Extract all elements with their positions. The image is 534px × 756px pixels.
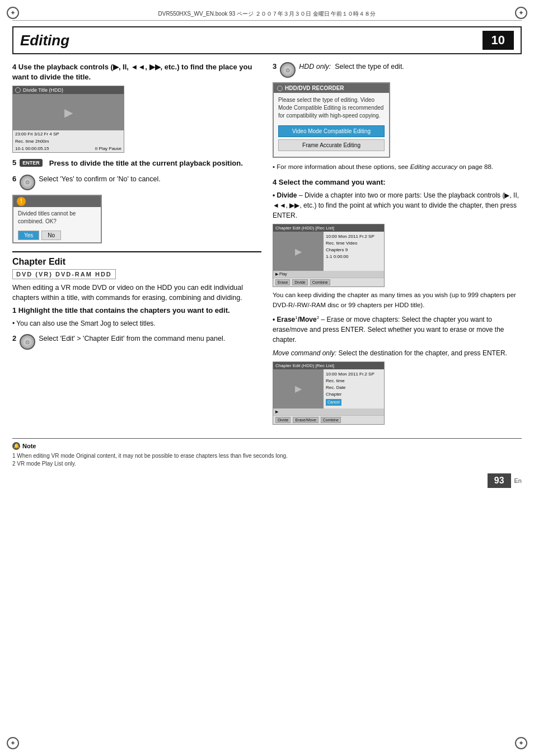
- chapter-number: 10: [483, 31, 514, 50]
- move-only-text: Move command only: Select the destinatio…: [273, 348, 522, 358]
- ce-step-1: 1 Highlight the title that contains the …: [12, 306, 261, 328]
- note-section: 🔔 Note 1 When editing VR mode Original c…: [12, 438, 522, 468]
- ce-step-2-num: 2: [12, 334, 16, 342]
- step-4-left: 4 Use the playback controls (▶, II, ◄◄, …: [12, 62, 261, 153]
- cs2-info-line3: Rec. Date: [326, 384, 382, 391]
- cs2-info-line2: Rec. time: [326, 378, 382, 384]
- cs2-combine-btn[interactable]: Combine: [321, 417, 341, 423]
- screen-divide-title: Divide Title (HDD) ▶ 23:00 Fri 3/12 Fr 4…: [12, 86, 124, 153]
- erase-bullet: • Erase1/Move2 – Erase or move chapters:…: [273, 314, 522, 345]
- step-4-right-header: 4 Select the command you want:: [273, 177, 522, 187]
- corner-decoration-tr: ✦: [515, 7, 527, 19]
- hdd-dialog-body: Please select the type of editing. Video…: [274, 93, 389, 123]
- screen-info-2: Rec. time 2h00m: [13, 138, 124, 145]
- jog-wheel-ce2: ⊙: [20, 334, 35, 350]
- screen-title-bar: Divide Title (HDD): [13, 86, 124, 94]
- left-column: 4 Use the playback controls (▶, II, ◄◄, …: [12, 62, 261, 430]
- chapter-screen-1: Chapter Edit (HDD) [Rec List] ▶ 10:00 Mo…: [273, 224, 385, 287]
- step-3-inline: 3 ⊙ HDD only: Select the type of edit.: [273, 62, 522, 78]
- cs2-cancel[interactable]: Cancel: [326, 399, 341, 406]
- cs2-erasemove-btn[interactable]: Erase/Move: [293, 417, 318, 423]
- note-header: 🔔 Note: [12, 442, 522, 450]
- screen-inner: Divide Title (HDD) ▶ 23:00 Fri 3/12 Fr 4…: [13, 86, 124, 152]
- step-3-num: 3: [273, 62, 277, 71]
- cs-combine-btn[interactable]: Combine: [310, 279, 330, 285]
- right-column: 3 ⊙ HDD only: Select the type of edit. H…: [273, 62, 522, 430]
- meta-bar-text: DVR550HXS_WV_EN.book 93 ページ ２００７年３月３０日 金…: [158, 11, 376, 17]
- hdd-icon-circle: [277, 86, 283, 91]
- chapter-screen-2: Chapter Edit (HDD) [Rec List] ▶ 10:00 Mo…: [273, 361, 385, 425]
- yesno-dialog-title: !: [13, 196, 101, 207]
- step-5-left: 5 ENTER Press to divide the title at the…: [12, 158, 261, 168]
- jog-wheel-6: ⊙: [20, 175, 35, 190]
- cs-info-line1: 10:00 Mon 2011 Fr.2 SP: [326, 233, 382, 240]
- cs-info-line4: 1-1 0:00:00: [326, 253, 382, 260]
- step-5-with-icon: 5 ENTER Press to divide the title at the…: [12, 158, 261, 168]
- jog-wheel-3: ⊙: [280, 62, 296, 78]
- hdd-btn-video-mode[interactable]: Video Mode Compatible Editing: [278, 125, 385, 137]
- chapter-edit-section: Chapter Edit DVD (VR) DVD-RAM HDD When e…: [12, 251, 261, 350]
- cs-controls-2: ▶: [273, 408, 384, 415]
- hdd-dialog-title: HDD/DVD RECORDER: [274, 83, 389, 93]
- cs-erase-btn[interactable]: Erase: [275, 279, 290, 285]
- move-only-body: Select the destination for the chapter, …: [338, 349, 507, 357]
- cs-info-2: 10:00 Mon 2011 Fr.2 SP Rec. time Rec. Da…: [324, 369, 384, 408]
- screen-video-area: ▶: [13, 94, 124, 130]
- page: ✦ ✦ ✦ ✦ DVR550HXS_WV_EN.book 93 ページ ２００７…: [0, 0, 534, 756]
- step-3-right: 3 ⊙ HDD only: Select the type of edit. H…: [273, 62, 522, 172]
- meta-bar: DVR550HXS_WV_EN.book 93 ページ ２００７年３月３０日 金…: [12, 10, 522, 21]
- ce-step-1-body: • You can also use the Smart Jog to sele…: [12, 318, 261, 328]
- move-only-italic: Move command only:: [273, 349, 336, 357]
- chapter-edit-intro: When editing a VR mode DVD or video on t…: [12, 283, 261, 304]
- cs2-divide-btn[interactable]: Divide: [275, 417, 291, 423]
- page-title: Editing: [20, 32, 69, 49]
- cs2-info-line4: Chapter: [326, 391, 382, 398]
- cs-actions-1: Erase Divide Combine: [273, 278, 384, 287]
- screen-info-text4: II Play Pause: [95, 146, 121, 151]
- screen-info-3: 10-1 00:00:05.15 II Play Pause: [13, 145, 124, 152]
- step-5-num: 5: [12, 158, 16, 167]
- corner-symbol-tr: ✦: [515, 7, 527, 19]
- cs-titlebar-2: Chapter Edit (HDD) [Rec List]: [273, 362, 384, 369]
- step-4-text: 4 Use the playback controls (▶, II, ◄◄, …: [12, 63, 252, 81]
- cs-content-1: ▶ 10:00 Mon 2011 Fr.2 SP Rec. time Video…: [273, 232, 384, 271]
- cs-actions-2: Divide Erase/Move Combine: [273, 415, 384, 424]
- cs-controls-1: ▶ Play: [273, 271, 384, 278]
- dvd-icon: [15, 87, 21, 93]
- corner-decoration-bl: ✦: [7, 737, 19, 749]
- cs-info-1: 10:00 Mon 2011 Fr.2 SP Rec. time Video C…: [324, 232, 384, 271]
- corner-decoration-tl: ✦: [7, 7, 19, 19]
- step-3-text: Select the type of edit.: [335, 63, 404, 71]
- step-6-num: 6: [12, 175, 16, 183]
- ce-step-2-text: Select 'Edit' > 'Chapter Edit' from the …: [39, 334, 225, 344]
- hdd-dialog-title-text: HDD/DVD RECORDER: [285, 85, 344, 91]
- media-types: DVD (VR) DVD-RAM HDD: [12, 269, 116, 279]
- cs2-play-indicator: ▶: [275, 410, 278, 414]
- corner-symbol-br: ✦: [515, 737, 527, 749]
- bullet-note-right: • For more information about these optio…: [273, 162, 522, 172]
- yesno-dialog-body: Divided titles cannot be combined. OK?: [13, 207, 101, 228]
- corner-symbol-bl: ✦: [7, 737, 19, 749]
- cs-play-btn[interactable]: ▶ Play: [275, 272, 287, 276]
- cs-titlebar-1: Chapter Edit (HDD) [Rec List]: [273, 224, 384, 232]
- cs-content-2: ▶ 10:00 Mon 2011 Fr.2 SP Rec. time Rec. …: [273, 369, 384, 408]
- erase-label: • Erase: [273, 316, 295, 323]
- no-button[interactable]: No: [41, 231, 61, 240]
- cs-divide-btn[interactable]: Divide: [292, 279, 307, 285]
- note-icon: 🔔: [12, 442, 20, 450]
- ce-step-2: 2 ⊙ Select 'Edit' > 'Chapter Edit' from …: [12, 334, 261, 350]
- step-5-text: Press to divide the title at the current…: [49, 158, 243, 168]
- hdd-btn-frame-accurate[interactable]: Frame Accurate Editing: [278, 139, 385, 151]
- step-6-text: Select 'Yes' to confirm or 'No' to cance…: [39, 175, 161, 185]
- note-line-2: 2 VR mode Play List only.: [12, 460, 522, 468]
- step-3-italic: HDD only:: [299, 63, 331, 71]
- page-lang: En: [514, 477, 522, 484]
- editing-accuracy-link: Editing accuracy: [410, 163, 457, 170]
- note-label: Note: [22, 443, 36, 449]
- page-number-bar: 93 En: [12, 473, 522, 488]
- screen-info-1: 23:00 Fri 3/12 Fr 4 SP: [13, 130, 124, 138]
- corner-decoration-br: ✦: [515, 737, 527, 749]
- yes-button[interactable]: Yes: [18, 231, 39, 240]
- cs-info-line3: Chapters 9: [326, 247, 382, 253]
- step-3-hdd-label: HDD only: Select the type of edit.: [299, 62, 404, 72]
